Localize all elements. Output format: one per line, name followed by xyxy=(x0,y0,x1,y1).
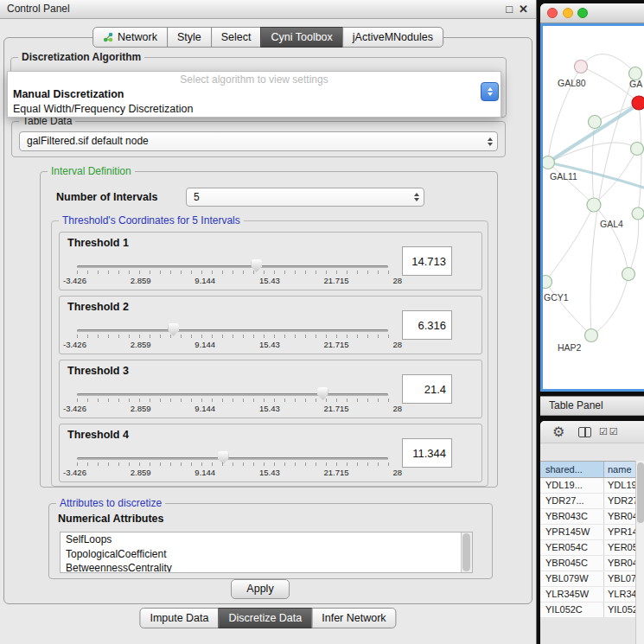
tick-label: 15.43 xyxy=(259,340,280,349)
group-title: Attributes to discretize xyxy=(56,497,165,509)
tick-label: 2.859 xyxy=(131,468,151,477)
control-panel-titlebar[interactable]: Control Panel □ ✕ xyxy=(0,0,536,19)
select-columns-icons[interactable]: ☑☑ xyxy=(599,426,620,437)
cell[interactable]: YPR145W xyxy=(604,525,635,539)
table-scrollbar[interactable] xyxy=(635,461,644,644)
list-scrollbar[interactable] xyxy=(461,532,472,572)
cell[interactable]: YPR145W xyxy=(540,525,604,539)
tab-select[interactable]: Select xyxy=(211,27,262,48)
table-panel-title: Table Panel xyxy=(549,397,603,415)
network-window-titlebar[interactable] xyxy=(540,3,644,23)
node-gal11[interactable] xyxy=(543,156,555,169)
number-of-intervals-combobox[interactable]: 5 xyxy=(186,188,424,207)
table-row[interactable]: YDR27... YDR27... xyxy=(540,494,635,509)
threshold-2-slider[interactable] xyxy=(77,329,388,332)
numerical-attributes-label: Numerical Attributes xyxy=(58,513,163,525)
algorithm-combobox-stepper[interactable] xyxy=(481,82,499,101)
tab-discretize-data[interactable]: Discretize Data xyxy=(219,608,313,628)
close-button[interactable] xyxy=(547,8,558,18)
tab-network[interactable]: Network xyxy=(92,27,168,48)
zoom-button[interactable] xyxy=(577,8,588,18)
number-of-intervals-label: Number of Intervals xyxy=(56,191,157,203)
cell[interactable]: YDL19... xyxy=(604,478,635,493)
threshold-label: Threshold 4 xyxy=(67,429,129,441)
tab-jactivemnodules[interactable]: jActiveMNodules xyxy=(342,27,443,48)
close-icon[interactable]: ✕ xyxy=(519,0,528,18)
node-gcy1[interactable] xyxy=(543,276,552,289)
tick-label: 15.43 xyxy=(259,276,280,285)
tab-cyni-toolbox[interactable]: Cyni Toolbox xyxy=(260,27,342,48)
tick-label: 21.715 xyxy=(324,404,349,413)
list-item[interactable]: BetweennessCentrality xyxy=(61,561,472,573)
threshold-1-value-field[interactable]: 14.713 xyxy=(402,246,452,276)
node-label: GCY1 xyxy=(544,292,569,303)
threshold-label: Threshold 1 xyxy=(67,237,129,249)
float-window-icon[interactable]: □ xyxy=(506,0,513,18)
scrollbar-thumb[interactable] xyxy=(462,533,470,571)
node[interactable] xyxy=(632,207,644,220)
cell[interactable]: YBR043C xyxy=(540,509,604,524)
threshold-1-slider[interactable] xyxy=(77,265,388,268)
interval-definition-group: Interval Definition Number of Intervals … xyxy=(40,171,498,488)
table-row[interactable]: YBR045C YBR045C xyxy=(540,556,635,571)
threshold-3-slider[interactable] xyxy=(77,393,388,396)
list-item[interactable]: TopologicalCoefficient xyxy=(61,547,472,562)
network-canvas[interactable]: GAL80 GA GAL11 GAL4 GCY1 HAP2 xyxy=(540,23,644,392)
algorithm-dropdown-popup: Select algorithm to view settings Manual… xyxy=(7,71,501,118)
cell[interactable]: YBL079W xyxy=(604,571,635,586)
apply-button[interactable]: Apply xyxy=(231,579,290,599)
cell[interactable]: YER054C xyxy=(540,540,604,555)
cell[interactable]: YLR345W xyxy=(540,587,604,602)
table-panel-header[interactable]: Table Panel xyxy=(540,396,644,416)
tick-label: 15.43 xyxy=(259,468,280,477)
threshold-label: Threshold 3 xyxy=(67,365,129,377)
tab-infer-network[interactable]: Infer Network xyxy=(311,608,396,628)
threshold-4-value-field[interactable]: 11.344 xyxy=(402,438,452,468)
gear-icon[interactable]: ⚙ xyxy=(552,424,564,440)
combobox-value: galFiltered.sif default node xyxy=(27,132,480,150)
desktop: Control Panel □ ✕ Network Style Se xyxy=(0,0,644,644)
cell[interactable]: YBR043C xyxy=(604,509,635,524)
tab-impute-data[interactable]: Impute Data xyxy=(139,608,219,628)
table-row[interactable]: YBL079W YBL079W xyxy=(540,571,635,587)
node[interactable] xyxy=(631,143,644,156)
cell[interactable]: YBR045C xyxy=(540,556,604,571)
window-title: Control Panel xyxy=(7,0,70,18)
table-data-combobox[interactable]: galFiltered.sif default node xyxy=(19,131,498,151)
cell[interactable]: YDR27... xyxy=(604,494,635,508)
table-row[interactable]: YLR345W YLR345W xyxy=(540,587,635,603)
threshold-2-value-field[interactable]: 6.316 xyxy=(402,310,452,340)
cell[interactable]: YIL052C xyxy=(540,603,604,617)
scrollbar-thumb[interactable] xyxy=(637,462,644,523)
node-hap2[interactable] xyxy=(585,329,598,342)
cell[interactable]: YBL079W xyxy=(540,571,604,586)
minimize-button[interactable] xyxy=(563,8,573,18)
list-item[interactable]: SelfLoops xyxy=(61,532,472,547)
cell[interactable]: YBR045C xyxy=(604,556,635,571)
column-header-shared-name[interactable]: shared... xyxy=(540,462,604,477)
cell[interactable]: YIL052C xyxy=(604,603,635,617)
attributes-listbox[interactable]: SelfLoops TopologicalCoefficient Between… xyxy=(60,532,473,573)
selected-red-node[interactable] xyxy=(632,96,644,110)
node[interactable] xyxy=(622,268,635,281)
cell[interactable]: YER054C xyxy=(604,540,635,555)
cell[interactable]: YLR345W xyxy=(604,587,635,602)
table-toolbar: ⚙ ☑☑ xyxy=(540,421,644,443)
cell[interactable]: YDR27... xyxy=(540,494,604,508)
node-gal80[interactable] xyxy=(575,61,588,73)
dropdown-option-equal-width-frequency[interactable]: Equal Width/Frequency Discretization xyxy=(8,102,501,117)
columns-icon[interactable] xyxy=(578,427,591,437)
threshold-4-slider[interactable] xyxy=(77,457,388,460)
threshold-3-value-field[interactable]: 21.4 xyxy=(402,374,452,404)
table-row[interactable]: YER054C YER054C xyxy=(540,540,635,556)
node[interactable] xyxy=(589,116,602,129)
table-row[interactable]: YDL19... YDL19... xyxy=(540,478,635,494)
dropdown-option-manual-discretization[interactable]: Manual Discretization xyxy=(8,87,501,102)
table-row[interactable]: YIL052C YIL052C xyxy=(540,603,635,618)
cell[interactable]: YDL19... xyxy=(540,478,604,493)
tab-style[interactable]: Style xyxy=(167,27,212,48)
node-gal4[interactable] xyxy=(587,198,601,212)
table-row[interactable]: YBR043C YBR043C xyxy=(540,509,635,525)
tab-label: Cyni Toolbox xyxy=(271,28,332,47)
table-row[interactable]: YPR145W YPR145W xyxy=(540,525,635,540)
